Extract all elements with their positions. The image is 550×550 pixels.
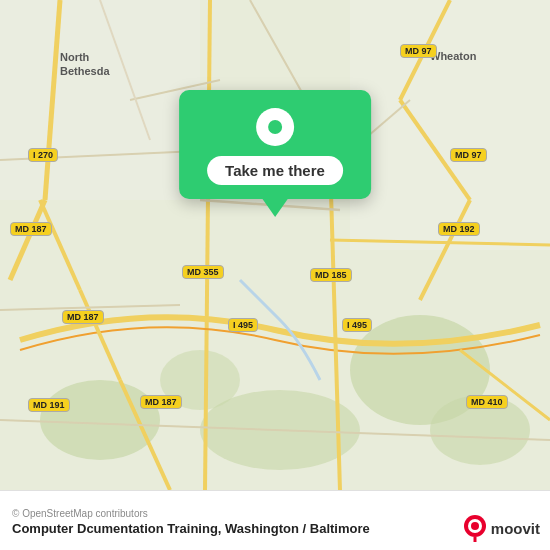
svg-point-30	[471, 522, 479, 530]
svg-point-2	[40, 380, 160, 460]
road-badge-i495-2: I 495	[342, 318, 372, 332]
moovit-text: moovit	[491, 520, 540, 537]
location-title: Computer Dcumentation Training, Washingt…	[12, 521, 538, 536]
road-badge-md185: MD 185	[310, 268, 352, 282]
location-pin-circle	[256, 108, 294, 146]
wheaton-label: Wheaton	[430, 50, 476, 62]
bottom-bar: © OpenStreetMap contributors Computer Dc…	[0, 490, 550, 550]
attribution: © OpenStreetMap contributors	[12, 508, 538, 519]
popup-card[interactable]: Take me there	[179, 90, 371, 199]
road-badge-i495-1: I 495	[228, 318, 258, 332]
moovit-pin-icon	[463, 514, 487, 542]
map-container: NorthBethesda Wheaton I 270 MD 187 MD 18…	[0, 0, 550, 490]
road-badge-md97-2: MD 97	[450, 148, 487, 162]
road-badge-md410: MD 410	[466, 395, 508, 409]
location-pin-dot	[268, 120, 282, 134]
road-badge-i270: I 270	[28, 148, 58, 162]
road-badge-md191: MD 191	[28, 398, 70, 412]
road-badge-md187-2: MD 187	[62, 310, 104, 324]
road-badge-md355: MD 355	[182, 265, 224, 279]
road-badge-md97-1: MD 97	[400, 44, 437, 58]
road-badge-md187-3: MD 187	[140, 395, 182, 409]
road-badge-md187-1: MD 187	[10, 222, 52, 236]
road-badge-md192: MD 192	[438, 222, 480, 236]
take-me-there-button[interactable]: Take me there	[207, 156, 343, 185]
svg-rect-6	[0, 0, 200, 200]
moovit-logo: moovit	[463, 514, 540, 542]
north-bethesda-label: NorthBethesda	[60, 50, 110, 79]
